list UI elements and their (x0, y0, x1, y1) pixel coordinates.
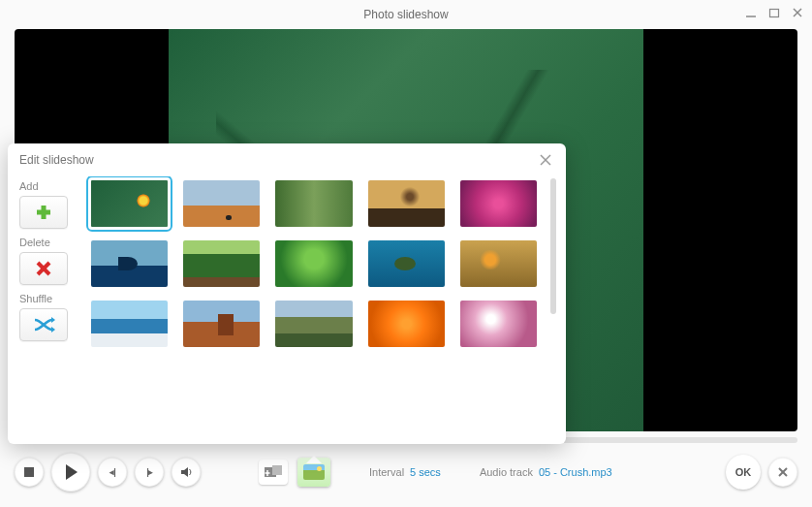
thumbnail-marigold[interactable] (368, 301, 445, 347)
svg-rect-4 (24, 467, 34, 477)
add-label: Add (19, 180, 87, 192)
play-button[interactable] (51, 453, 90, 491)
thumbnail-toucan[interactable] (91, 180, 168, 227)
minimize-button[interactable] (744, 6, 758, 19)
interval-info: Interval 5 secs (369, 466, 441, 478)
next-button[interactable]: |▸ (135, 458, 164, 487)
picture-icon (303, 464, 325, 480)
shuffle-button[interactable] (19, 308, 68, 341)
window-title: Photo slideshow (363, 8, 448, 21)
scrollbar[interactable] (548, 176, 558, 436)
titlebar: Photo slideshow (0, 0, 812, 29)
thumbnail-grid (87, 176, 545, 436)
delete-button[interactable] (19, 252, 68, 285)
thumbnail-leaves[interactable] (460, 240, 537, 287)
svg-marker-6 (181, 467, 188, 477)
x-icon (35, 260, 52, 277)
svg-marker-20 (51, 327, 55, 333)
scrollbar-thumb[interactable] (550, 178, 556, 314)
thumbs-area (87, 176, 558, 436)
shuffle-label: Shuffle (19, 293, 87, 304)
popup-body: Add Delete Shuffle (8, 176, 566, 444)
confirm-controls: OK (726, 455, 797, 490)
thumbnail-tree[interactable] (368, 180, 445, 227)
cancel-button[interactable] (768, 458, 797, 487)
edit-slideshow-popup: Edit slideshow Add Delete Shuffle (8, 143, 566, 444)
shuffle-icon (32, 315, 55, 334)
thumbnail-monument[interactable] (183, 301, 260, 347)
thumbnail-meadow[interactable] (275, 301, 352, 347)
thumbnail-blossom[interactable] (460, 301, 537, 347)
interval-label: Interval (369, 466, 404, 478)
svg-marker-5 (66, 464, 78, 480)
thumbnail-island[interactable] (91, 301, 168, 347)
side-panel: Add Delete Shuffle (19, 176, 87, 436)
audio-value[interactable]: 05 - Crush.mp3 (539, 466, 612, 478)
plus-icon (34, 203, 53, 222)
maximize-button[interactable] (767, 6, 781, 19)
popup-title: Edit slideshow (19, 153, 94, 167)
popup-header: Edit slideshow (8, 143, 566, 176)
stop-button[interactable] (15, 458, 44, 487)
interval-value[interactable]: 5 secs (410, 466, 441, 478)
thumbnail-stream[interactable] (275, 180, 352, 227)
window-controls (744, 6, 804, 19)
thumbnail-shrub[interactable] (275, 240, 352, 287)
close-button[interactable] (791, 6, 804, 19)
svg-rect-8 (272, 465, 282, 475)
prev-icon: ◂| (109, 467, 115, 477)
playback-controls: ◂| |▸ (15, 453, 201, 491)
popup-close-button[interactable] (537, 151, 554, 169)
ok-button[interactable]: OK (726, 455, 761, 490)
volume-button[interactable] (172, 458, 201, 487)
playback-bar: ◂| |▸ Interval 5 secs Audio track 05 - C… (15, 449, 797, 495)
add-button[interactable] (19, 196, 68, 229)
prev-button[interactable]: ◂| (98, 458, 127, 487)
add-media-button[interactable] (259, 459, 288, 485)
thumbnail-path[interactable] (183, 240, 260, 287)
thumbnail-desert[interactable] (183, 180, 260, 227)
audio-info: Audio track 05 - Crush.mp3 (480, 466, 612, 478)
thumbnail-turtle[interactable] (368, 240, 445, 287)
svg-rect-1 (770, 10, 779, 17)
thumbnail-flowers-pink[interactable] (460, 180, 537, 227)
svg-marker-19 (51, 317, 55, 323)
delete-label: Delete (19, 237, 87, 248)
thumbnail-whale[interactable] (91, 240, 168, 287)
next-icon: |▸ (146, 467, 152, 477)
edit-slideshow-button[interactable] (297, 458, 330, 487)
audio-label: Audio track (480, 466, 533, 478)
